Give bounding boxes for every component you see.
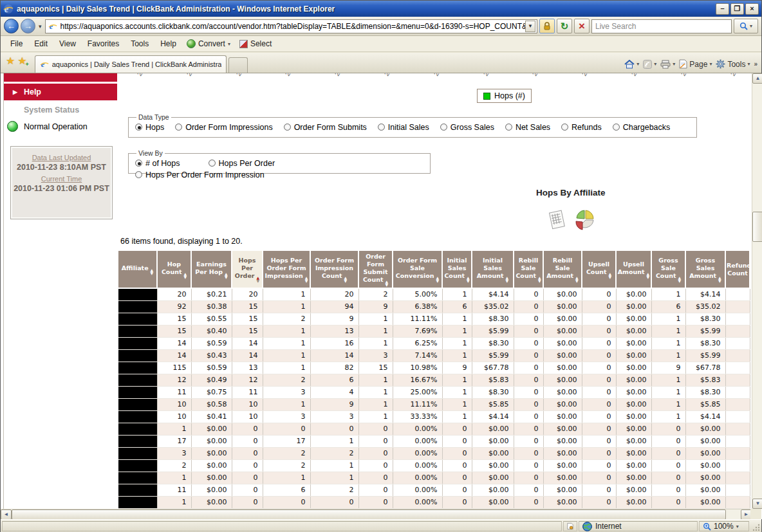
sort-arrows-icon[interactable]: ▲▼ xyxy=(718,276,721,282)
column-header-earnings-per-hop[interactable]: Earnings Per Hop▲▼ xyxy=(191,251,232,288)
search-options-dropdown-icon[interactable]: ▾ xyxy=(750,23,752,29)
column-header-upsell-amount[interactable]: Upsell Amount▲▼ xyxy=(616,251,651,288)
column-header-order-form-sale-conversion[interactable]: Order Form Sale Conversion▲▼ xyxy=(393,251,442,288)
radio-icon[interactable] xyxy=(440,124,447,131)
data-last-updated-link[interactable]: Data Last Updated xyxy=(11,154,112,161)
convert-button[interactable]: Convert ▾ xyxy=(182,38,235,50)
view-by-option--of-hops[interactable]: # of Hops xyxy=(135,159,180,168)
sort-arrows-icon[interactable]: ▲▼ xyxy=(647,272,650,279)
tools-button[interactable]: Tools▾ xyxy=(716,59,750,69)
menu-file[interactable]: File xyxy=(5,37,28,50)
scroll-up-icon[interactable]: ▲ xyxy=(752,73,762,84)
convert-dropdown-icon[interactable]: ▾ xyxy=(228,41,230,47)
data-type-option-order-form-submits[interactable]: Order Form Submits xyxy=(284,123,367,132)
sort-arrows-icon[interactable]: ▲▼ xyxy=(305,276,308,282)
radio-icon[interactable] xyxy=(561,124,568,131)
sort-arrows-icon[interactable]: ▲▼ xyxy=(151,268,154,275)
maximize-button[interactable]: ❐ xyxy=(730,3,744,15)
menu-help[interactable]: Help xyxy=(154,37,182,50)
radio-icon[interactable] xyxy=(378,124,385,131)
scroll-left-icon[interactable]: ◄ xyxy=(1,509,12,519)
horizontal-scrollbar[interactable]: ◄ ► xyxy=(1,509,752,519)
search-input[interactable]: Live Search xyxy=(591,19,732,33)
toolbar-overflow-chevron-icon[interactable]: » xyxy=(754,60,757,68)
sort-arrows-icon[interactable]: ▲▼ xyxy=(225,272,228,279)
vertical-scrollbar[interactable]: ▲ ▼ xyxy=(752,73,762,509)
security-lock-button[interactable] xyxy=(539,19,555,33)
url-field[interactable]: e https://aquaponics.accounts.clickbank.… xyxy=(45,19,537,33)
export-table-button[interactable] xyxy=(545,208,568,234)
page-button[interactable]: Page▾ xyxy=(679,59,712,69)
url-dropdown-icon[interactable]: ▼ xyxy=(525,21,535,32)
horizontal-scroll-thumb[interactable] xyxy=(12,509,726,519)
close-button[interactable]: × xyxy=(745,3,759,15)
column-header-gross-sales-amount[interactable]: Gross Sales Amount▲▼ xyxy=(685,251,725,288)
sort-arrows-icon[interactable]: ▲▼ xyxy=(436,276,440,282)
sort-arrows-icon[interactable]: ▲▼ xyxy=(257,276,260,282)
radio-icon[interactable] xyxy=(209,160,216,167)
column-header-order-form-impression-count[interactable]: Order Form Impression Count▲▼ xyxy=(310,251,358,288)
column-header-initial-sales-count[interactable]: Initial Sales Count▲▼ xyxy=(442,251,472,288)
new-tab-stub[interactable] xyxy=(228,57,248,73)
data-type-option-refunds[interactable]: Refunds xyxy=(561,123,602,132)
column-header-affiliate[interactable]: Affiliate▲▼ xyxy=(118,251,157,288)
sort-arrows-icon[interactable]: ▲▼ xyxy=(538,276,541,282)
forward-button[interactable]: → xyxy=(21,19,35,33)
sort-arrows-icon[interactable]: ▲▼ xyxy=(467,276,470,282)
radio-icon[interactable] xyxy=(175,124,182,131)
sort-arrows-icon[interactable]: ▲▼ xyxy=(344,276,347,282)
column-header-hops-per-order[interactable]: Hops Per Order▲▼ xyxy=(232,251,263,288)
feeds-button[interactable]: ▾ xyxy=(643,60,656,69)
column-header-hops-per-order-form-impression[interactable]: Hops Per Order Form Impression▲▼ xyxy=(263,251,310,288)
data-type-option-hops[interactable]: Hops xyxy=(135,123,164,132)
zoom-dropdown-icon[interactable]: ▾ xyxy=(736,524,739,529)
data-type-option-gross-sales[interactable]: Gross Sales xyxy=(440,123,494,132)
column-header-rebill-sale-count[interactable]: Rebill Sale Count▲▼ xyxy=(514,251,543,288)
sort-arrows-icon[interactable]: ▲▼ xyxy=(506,276,509,282)
zoom-panel[interactable]: 100% ▾ xyxy=(699,521,749,531)
sidebar-item-help[interactable]: ▶ Help xyxy=(4,84,117,100)
scroll-down-icon[interactable]: ▼ xyxy=(752,499,762,509)
home-button[interactable]: ▾ xyxy=(624,60,639,69)
refresh-button[interactable]: ↻ xyxy=(557,19,572,33)
view-by-option-hops-per-order-form-impression[interactable]: Hops Per Order Form Impression xyxy=(135,170,265,179)
sort-arrows-icon[interactable]: ▲▼ xyxy=(385,280,388,286)
stop-button[interactable]: × xyxy=(574,19,590,33)
radio-icon[interactable] xyxy=(135,160,142,167)
data-type-option-chargebacks[interactable]: Chargebacks xyxy=(613,123,671,132)
back-button[interactable]: ← xyxy=(4,19,19,33)
data-type-option-net-sales[interactable]: Net Sales xyxy=(505,123,550,132)
column-header-rebill-sale-amount[interactable]: Rebill Sale Amount▲▼ xyxy=(543,251,582,288)
favorites-star-icon[interactable]: ★ xyxy=(6,55,15,67)
current-time-link[interactable]: Current Time xyxy=(11,175,112,183)
tab-active[interactable]: e aquaponics | Daily Sales Trend | Click… xyxy=(35,55,227,73)
menu-edit[interactable]: Edit xyxy=(28,37,53,50)
sort-arrows-icon[interactable]: ▲▼ xyxy=(678,276,681,282)
column-header-initial-sales-amount[interactable]: Initial Sales Amount▲▼ xyxy=(472,251,514,288)
radio-icon[interactable] xyxy=(284,124,291,131)
data-type-option-initial-sales[interactable]: Initial Sales xyxy=(378,123,429,132)
menu-view[interactable]: View xyxy=(53,37,82,50)
menu-tools[interactable]: Tools xyxy=(125,37,154,50)
search-button[interactable]: ▾ xyxy=(734,19,758,33)
column-header-hop-count[interactable]: Hop Count▲▼ xyxy=(157,251,191,288)
radio-icon[interactable] xyxy=(613,124,620,131)
minimize-button[interactable]: – xyxy=(716,3,729,15)
column-header-gross-sale-count[interactable]: Gross Sale Count▲▼ xyxy=(651,251,685,288)
add-favorite-star-icon[interactable]: ★+ xyxy=(17,55,26,67)
radio-icon[interactable] xyxy=(505,124,512,131)
sort-arrows-icon[interactable]: ▲▼ xyxy=(575,276,579,282)
menu-favorites[interactable]: Favorites xyxy=(82,37,125,50)
history-dropdown-icon[interactable]: ▾ xyxy=(37,23,43,30)
select-button[interactable]: Select xyxy=(235,38,276,50)
column-header-upsell-count[interactable]: Upsell Count▲▼ xyxy=(582,251,616,288)
print-button[interactable]: ▾ xyxy=(660,60,675,69)
sort-arrows-icon[interactable]: ▲▼ xyxy=(608,272,611,279)
data-type-option-order-form-impressions[interactable]: Order Form Impressions xyxy=(175,123,272,132)
column-header-refund-count[interactable]: Refund Count xyxy=(725,251,750,288)
radio-icon[interactable] xyxy=(135,171,142,178)
column-header-order-form-submit-count[interactable]: Order Form Submit Count▲▼ xyxy=(358,251,393,288)
sort-arrows-icon[interactable]: ▲▼ xyxy=(183,272,187,279)
chart-view-button[interactable] xyxy=(573,208,597,234)
view-by-option-hops-per-order[interactable]: Hops Per Order xyxy=(209,159,275,168)
